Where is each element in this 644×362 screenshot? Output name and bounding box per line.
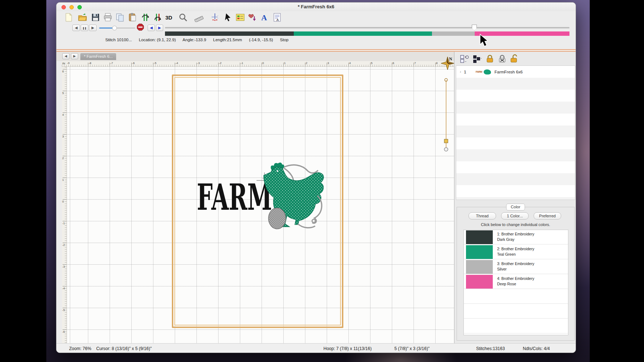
color-tab[interactable]: Color <box>506 204 525 210</box>
stitch-simulator-icon[interactable] <box>210 12 220 22</box>
new-document-icon[interactable] <box>64 12 74 22</box>
zoom-tool-icon[interactable] <box>178 12 188 22</box>
empty-color-row <box>464 304 568 319</box>
stitch-segment-teal-green <box>294 31 432 36</box>
lettering-icon[interactable]: A <box>260 12 270 22</box>
ruler-number: 0 <box>262 61 264 65</box>
ruler-number: 4 <box>349 61 351 65</box>
color-swatch-4[interactable] <box>466 275 493 289</box>
color-row-2[interactable]: 2: Brother Embroidery Teal Green <box>464 245 568 259</box>
svg-text:A: A <box>276 18 279 22</box>
tab-scroll-right-button[interactable]: ▶ <box>71 53 78 59</box>
object-row[interactable]: › 1 FARM FarmFresh 6x6 <box>456 66 575 78</box>
ruler-number: 2 <box>306 61 307 65</box>
speed-slider-knob[interactable] <box>112 26 117 30</box>
group-icon[interactable]: − <box>472 54 482 64</box>
paste-icon[interactable] <box>127 12 137 22</box>
sim-back-button[interactable]: ◀ <box>72 25 80 31</box>
ruler-number: 5 <box>62 91 64 95</box>
unlock-icon[interactable] <box>509 54 520 64</box>
ruler-unit-label: IN <box>62 62 65 65</box>
object-properties-icon[interactable] <box>235 12 245 22</box>
ruler-number: 1 <box>284 61 285 65</box>
egg-design[interactable] <box>268 208 286 229</box>
expand-chevron-icon[interactable]: › <box>460 70 461 74</box>
one-color-button[interactable]: 1 Color... <box>501 212 529 220</box>
stitch-position-thumb[interactable] <box>472 25 477 30</box>
ruler-number: -3 <box>62 265 65 268</box>
3d-view-icon[interactable]: 3D <box>164 12 174 22</box>
main-toolbar: 3D A A <box>56 11 576 24</box>
lock-icon[interactable] <box>485 54 495 64</box>
svg-text:A: A <box>261 13 267 22</box>
window-title: * FarmFresh 6x6 <box>56 4 576 9</box>
cursor-position: Cursor: 8 (13/16)" x 5 (9/16)" <box>96 346 152 351</box>
preferred-button[interactable]: Preferred <box>534 212 561 220</box>
stitch-segment-dark-gray <box>165 31 294 36</box>
next-stitch-button[interactable]: ▶ <box>156 25 163 31</box>
ruler-number: -2 <box>62 243 65 247</box>
ruler-number: 6 <box>393 61 394 65</box>
stitch-delta: (-14.9, -15.5) <box>249 38 273 42</box>
color-swatch-1[interactable] <box>466 230 493 244</box>
sequence-icon[interactable]: +− <box>459 54 470 64</box>
ruler-number: 3 <box>62 135 64 138</box>
titlebar: * FarmFresh 6x6 <box>56 3 576 11</box>
sim-pause-button[interactable]: ❚❚ <box>81 25 88 31</box>
color-swatch-2[interactable] <box>466 245 493 259</box>
prev-stitch-button[interactable]: ◀ <box>148 25 155 31</box>
svg-text:−: − <box>465 60 466 63</box>
color-section: Thread 1 Color... Preferred Click below … <box>457 207 575 341</box>
ruler-number: -6 <box>62 330 65 333</box>
vertical-ruler: 6543210-1-2-3-4-5-6 <box>62 67 67 343</box>
guide-line[interactable] <box>444 78 448 151</box>
ruler-number: -8 <box>89 61 91 65</box>
ruler-number: 8 <box>436 61 437 65</box>
ruler-number: 3 <box>327 61 329 65</box>
copy-icon[interactable] <box>115 12 125 22</box>
select-arrow-icon[interactable] <box>223 12 233 22</box>
color-name: Teal Green <box>497 252 516 256</box>
status-bar: Zoom: 76% Cursor: 8 (13/16)" x 5 (9/16)"… <box>56 343 576 353</box>
object-index: 1 <box>464 70 466 74</box>
measure-icon[interactable] <box>194 12 204 22</box>
stop-sign-icon[interactable] <box>137 24 144 31</box>
object-list[interactable]: › 1 FARM FarmFresh 6x6 <box>456 65 575 200</box>
farm-lettering[interactable]: FARM <box>197 176 272 218</box>
ruler-number: -2 <box>219 61 221 65</box>
save-icon[interactable] <box>90 12 101 22</box>
open-icon[interactable] <box>77 12 88 22</box>
color-row-1[interactable]: 1: Brother Embroidery Dark Gray <box>464 230 568 244</box>
stitch-color-bar <box>165 31 569 36</box>
stitch-location: Location: (9.1, 22.9) <box>139 38 176 42</box>
desktop: * FarmFresh 6x6 <box>0 0 644 362</box>
h-ruler-numbers: -9-8-7-6-5-4-3-2-1012345678 <box>62 61 454 67</box>
color-brand: 3: Brother Embroidery <box>497 261 534 266</box>
tab-scroll-left-button[interactable]: ◀ <box>62 53 69 59</box>
color-row-4[interactable]: 4: Brother Embroidery Deep Rose <box>464 274 568 289</box>
print-icon[interactable] <box>103 12 113 22</box>
svg-text:3D: 3D <box>165 14 172 21</box>
color-name: Silver <box>497 267 507 271</box>
color-swatch-3[interactable] <box>466 260 493 274</box>
ruler-number: -5 <box>154 61 156 65</box>
embroidery-design[interactable]: FARM <box>67 67 454 343</box>
reflect-vertical-icon[interactable] <box>153 12 163 22</box>
merge-design-icon[interactable] <box>247 12 258 22</box>
ruler-number: -9 <box>67 61 69 65</box>
separator-line <box>56 49 576 52</box>
color-row-3[interactable]: 3: Brother Embroidery Silver <box>464 260 568 274</box>
reflect-horizontal-icon[interactable] <box>140 12 151 22</box>
notes-icon[interactable]: A <box>272 12 282 22</box>
ruler-number: -1 <box>241 61 243 65</box>
lock-x-icon[interactable] <box>497 54 507 64</box>
ruler-number: -1 <box>62 222 65 225</box>
speed-slider[interactable] <box>99 27 135 29</box>
design-canvas[interactable]: FARM <box>67 67 454 343</box>
ruler-number: -7 <box>110 61 113 65</box>
color-hint-text: Click below to change individual colors. <box>457 222 574 227</box>
stitch-position-slider[interactable] <box>165 27 569 29</box>
thread-button[interactable]: Thread <box>469 212 496 220</box>
document-tab[interactable]: * FarmFresh 6... <box>80 53 116 60</box>
sim-forward-button[interactable]: ▶ <box>89 25 97 31</box>
